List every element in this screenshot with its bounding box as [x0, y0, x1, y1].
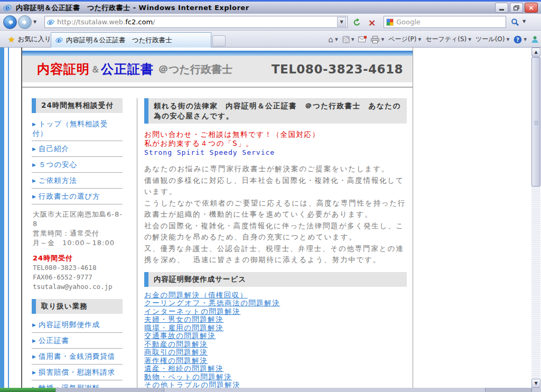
page-left-accent	[0, 48, 4, 388]
read-mail-button[interactable]	[358, 36, 367, 43]
stop-button[interactable]: ×	[365, 15, 379, 29]
tools-menu-button[interactable]: ツール(O)▼	[475, 35, 509, 44]
sidebar-item-how-to-request[interactable]: ▶ご依頼方法	[32, 173, 123, 189]
contact-info: 大阪市大正区南恩加島6-8-8 営業時間：通常受付 月～金 10:00～18:0…	[33, 210, 123, 292]
safety-menu-button[interactable]: セーフティ(S)▼	[425, 35, 471, 44]
sidebar-item-choosing-scrivener[interactable]: ▶行政書士の選び方	[32, 189, 123, 204]
sidebar-item-kosei-shosho[interactable]: ▶公正証書	[32, 333, 123, 349]
sidebar-menu-1: ▶トップ（無料相談受付） ▶自己紹介 ▶５つの安心 ▶ご依頼方法 ▶行政書士の選…	[32, 116, 123, 204]
taskbar-window-button[interactable]	[55, 388, 164, 392]
vertical-scrollbar[interactable]: ▲ ▼	[531, 48, 540, 388]
free-consultation-line: お問い合わせ・ご相談は無料です！（全国対応）	[144, 130, 407, 139]
back-button[interactable]	[3, 15, 17, 29]
page-left-accent-line	[8, 48, 9, 388]
home-button[interactable]: ⌂▼	[328, 35, 338, 44]
paragraph: 価値観の多様化に対応し、日本社会も国際化・複雑化・高度情報化しています。	[144, 175, 407, 198]
magnifier-icon	[511, 18, 519, 26]
print-button[interactable]: ▼	[371, 36, 384, 43]
notice-lines: お問い合わせ・ご相談は無料です！（全国対応） 私がお約束する４つの「S」。	[144, 130, 407, 148]
paragraph: あなたのお悩みに専門家行政書士が解決案のご提案をいたします。	[144, 163, 407, 175]
scroll-up-button[interactable]: ▲	[531, 48, 540, 57]
sidebar-section2-title: 取り扱い業務	[36, 299, 123, 314]
services-header: 内容証明郵便作成サービス	[144, 272, 407, 287]
search-box[interactable]: Google	[384, 16, 506, 28]
close-button[interactable]: ×	[525, 3, 538, 13]
address-bar[interactable]: e http://tsutalaw.web.fc2.com/ ▼	[44, 16, 348, 28]
link-pets[interactable]: 動物・ペットの問題解決	[144, 373, 407, 381]
messenger-button[interactable]	[531, 35, 539, 43]
navigation-bar: ▼ e http://tsutalaw.web.fc2.com/ ▼ × Goo…	[0, 14, 541, 31]
new-tab-button[interactable]	[212, 35, 226, 46]
refresh-button[interactable]	[350, 15, 363, 29]
arrow-icon: ▶	[32, 146, 36, 152]
link-inheritance[interactable]: 遺産・相続の問題解決	[144, 365, 407, 373]
link-internet-problems[interactable]: インターネットの問題解決	[144, 307, 407, 316]
link-copyright[interactable]: 著作権の問題解決	[144, 357, 407, 365]
header-phone: TEL080-3823-4618	[272, 62, 403, 76]
scroll-down-button[interactable]: ▼	[531, 379, 540, 388]
address-dropdown-button[interactable]: ▼	[337, 17, 346, 27]
paragraph: こうしたなかで依頼者のご要望に応えるには、高度な専門性を持った行政書士が組織的・…	[144, 198, 407, 220]
column-divider	[137, 98, 137, 388]
arrow-icon: ▶	[32, 178, 36, 183]
office-address: 大阪市大正区南恩加島6-8-8	[33, 210, 123, 229]
sidebar-item-damages-claims[interactable]: ▶損害賠償・慰謝料請求	[32, 365, 123, 380]
tab-active[interactable]: e 内容証明＆公正証書 つた行政書士	[51, 32, 211, 48]
link-cooling-off[interactable]: クーリングオフ・悪徳商法の問題解決	[144, 299, 407, 307]
arrow-icon: ▶	[32, 370, 36, 375]
favorites-button[interactable]: ★ お気に入り	[3, 33, 56, 45]
link-commerce[interactable]: 商取引の問題解決	[144, 348, 407, 357]
scrollbar-grip	[534, 120, 538, 125]
search-placeholder: Google	[396, 18, 421, 26]
arrow-icon: ▶	[32, 162, 36, 167]
link-workplace-problems[interactable]: 職場・雇用の問題解決	[144, 324, 407, 332]
feed-button[interactable]: ▼	[342, 36, 355, 43]
header-title-band: 内容証明 ＆ 公正証書 ＠つた行政書士 TEL080-3823-4618	[22, 56, 413, 82]
window-title: 内容証明＆公正証書 つた行政書士 - Windows Internet Expl…	[16, 3, 493, 13]
sidebar-item-divorce[interactable]: ▶離婚・浮気慰謝料	[32, 380, 123, 388]
sidebar-item-profile[interactable]: ▶自己紹介	[32, 141, 123, 157]
office-hours-value: 月～金 10:00～18:00	[33, 238, 123, 248]
history-dropdown-button[interactable]: ▼	[33, 20, 36, 24]
favorites-star-icon: ★	[8, 35, 15, 44]
google-icon	[386, 18, 394, 26]
forward-button[interactable]	[18, 15, 32, 29]
slogan-line: Strong Spirit Speedy Service	[144, 148, 407, 157]
section-accent-bar	[32, 299, 36, 314]
contact-fax: FAX06-6552-9777	[33, 273, 123, 282]
ie-logo-icon: e	[3, 4, 12, 12]
sidebar-item-loan-documents[interactable]: ▶借用書・金銭消費貸借	[32, 349, 123, 365]
printer-icon	[371, 36, 379, 43]
webpage-container: 内容証明 ＆ 公正証書 ＠つた行政書士 TEL080-3823-4618 24時…	[21, 48, 413, 388]
search-dropdown-button[interactable]: ▼	[523, 19, 526, 24]
sidebar: 24時間無料相談受付 ▶トップ（無料相談受付） ▶自己紹介 ▶５つの安心 ▶ご依…	[32, 98, 123, 388]
link-couples-problems[interactable]: 夫婦・男女の問題解決	[144, 315, 407, 324]
link-other-trouble[interactable]: その他トラブルの問題解決	[144, 381, 407, 388]
sidebar-section1-header: 24時間無料相談受付	[32, 98, 123, 113]
sidebar-item-top[interactable]: ▶トップ（無料相談受付）	[32, 116, 123, 141]
sidebar-section1-title: 24時間無料相談受付	[36, 98, 123, 113]
minimize-button[interactable]	[495, 3, 508, 13]
sidebar-item-naiyou-shomei[interactable]: ▶内容証明郵便作成	[32, 317, 123, 333]
restore-button[interactable]	[510, 3, 523, 13]
taskbar-window-button[interactable]	[485, 388, 531, 392]
start-button[interactable]	[0, 388, 55, 392]
sidebar-item-five-assurances[interactable]: ▶５つの安心	[32, 157, 123, 173]
always-open-label: 24時間受付	[33, 254, 123, 263]
restore-icon	[514, 5, 519, 11]
search-button[interactable]	[508, 15, 522, 29]
help-button[interactable]: ? ▼	[514, 35, 527, 44]
page-menu-button[interactable]: ページ(P)▼	[388, 35, 421, 44]
promise-line: 私がお約束する４つの「S」。	[144, 139, 407, 148]
mail-icon	[358, 36, 367, 43]
scrollbar-thumb[interactable]	[531, 57, 540, 186]
address-url[interactable]: http://tsutalaw.web.fc2.com/	[57, 18, 337, 26]
messenger-icon	[531, 35, 539, 43]
link-money-problems[interactable]: お金の問題解決（債権回収）	[144, 291, 407, 300]
link-traffic-accident[interactable]: 交通事故の問題解決	[144, 332, 407, 340]
section-accent-bar	[32, 98, 36, 113]
link-real-estate[interactable]: 不動産の問題解決	[144, 340, 407, 349]
arrow-icon: ▶	[32, 122, 36, 127]
sidebar-menu-2: ▶内容証明郵便作成 ▶公正証書 ▶借用書・金銭消費貸借 ▶損害賠償・慰謝料請求 …	[32, 317, 123, 388]
ie-tab-icon: e	[55, 36, 63, 44]
